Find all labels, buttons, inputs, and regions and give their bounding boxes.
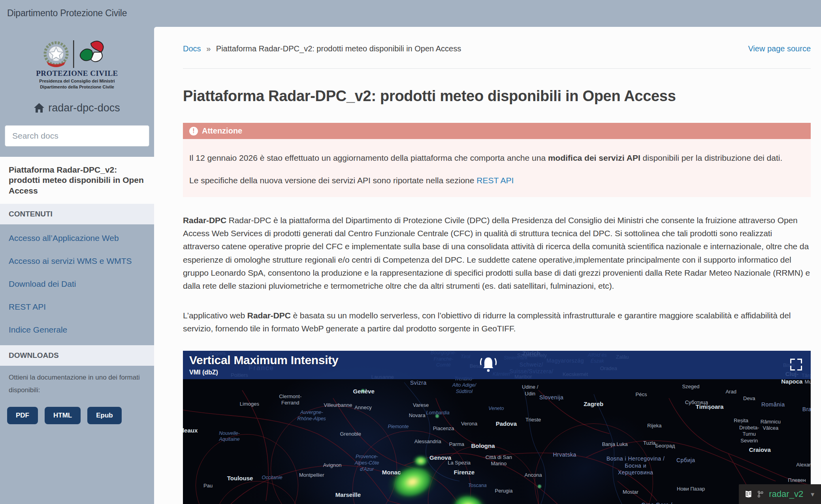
map-label: Veneto <box>488 406 504 412</box>
version-flyout[interactable]: radar_v2 ▼ <box>739 484 821 504</box>
bell-icon <box>478 355 499 375</box>
map-label: Alexandri <box>796 461 811 468</box>
download-html-button[interactable]: HTML <box>45 407 81 424</box>
map-label: Zagreb <box>584 400 603 408</box>
map-label: Avignon <box>323 462 342 468</box>
map-label: Toulouse <box>227 475 253 482</box>
map-label: România <box>761 402 785 409</box>
main-content: Docs » Piattaforma Radar-DPC_v2: prodott… <box>154 27 821 504</box>
radar-dpc-bold-2: Radar-DPC <box>247 311 291 320</box>
republic-emblem-icon <box>45 43 67 67</box>
sidebar-item-2[interactable]: Download dei Dati <box>0 273 154 295</box>
breadcrumb-docs-link[interactable]: Docs <box>183 44 201 53</box>
sidebar-nav: Accesso all’Applicazione WebAccesso ai s… <box>0 224 154 345</box>
sidebar-item-4[interactable]: Indice Generale <box>0 318 154 341</box>
map-label: Limoges <box>240 401 259 407</box>
map-label: Србија <box>676 457 695 464</box>
attention-paragraph-1: Il 12 gennaio 2026 è stao effettuato un … <box>189 152 802 165</box>
map-label: Genève <box>353 387 375 395</box>
view-page-source-link[interactable]: View page source <box>748 44 811 53</box>
download-epub-button[interactable]: Epub <box>87 407 122 424</box>
download-pdf-button[interactable]: PDF <box>7 407 38 424</box>
map-label: Perugia <box>495 487 513 494</box>
map-label: Bosna i Hercegovina / Босна и Херцеговин… <box>606 455 665 476</box>
map-label: Ancona <box>525 472 542 478</box>
sidebar-current-page[interactable]: Piattaforma Radar-DPC_v2: prodotti meteo… <box>0 157 154 204</box>
map-label: Marseille <box>335 491 361 499</box>
tricolor-icon <box>80 41 104 62</box>
map-label: Београд <box>655 443 675 449</box>
map-label: La Spezia <box>448 460 471 466</box>
map-banner: Vertical Maximum Intensity VMI (dbZ) <box>183 351 811 379</box>
radar-dpc-bold: Radar-DPC <box>183 216 226 225</box>
map-label: Nouvelle- Aquitaine <box>219 431 240 443</box>
sidebar-caption-contenuti: CONTENUTI <box>0 204 154 224</box>
map-label: Craiova <box>749 446 771 453</box>
sidebar: PROTEZIONE CIVILE Presidenza del Consigl… <box>0 27 154 504</box>
map-label: Occitanie <box>262 475 282 481</box>
map-label: Crna Gora / Црна Гора <box>641 501 672 504</box>
sidebar-item-1[interactable]: Accesso ai servizi WMS e WMTS <box>0 250 154 273</box>
sidebar-caption-downloads: DOWNLOADS <box>0 345 154 366</box>
p2-before: L’applicativo web <box>183 311 247 320</box>
map-label: Rijeka <box>647 422 661 429</box>
map-label: Villeurbanne <box>324 402 352 408</box>
map-label: Суботица <box>685 399 708 405</box>
map-label: Trieste <box>525 417 541 423</box>
map-label: rdeaux <box>183 427 198 434</box>
map-label: Firenze <box>454 469 475 476</box>
map-label: Lombardia <box>426 410 450 416</box>
book-icon <box>745 488 752 500</box>
top-bar: Dipartimento Protezione Civile <box>0 0 821 27</box>
sidebar-home-link[interactable]: radar-dpc-docs <box>0 102 154 114</box>
map-label: Нови Пазар <box>677 486 705 492</box>
body-paragraph-2: L’applicativo web Radar-DPC è basata su … <box>183 309 811 335</box>
logo-sub2: Dipartimento della Protezione Civile <box>40 85 114 89</box>
attention-paragraph-2: Le specifiche della nuova versione dei s… <box>189 174 802 187</box>
map-label: Drobeta- Turnu Severin <box>739 425 759 444</box>
attention-p2-text: Le specifiche della nuova versione dei s… <box>189 176 476 185</box>
map-label: Monac <box>382 469 401 476</box>
map-label: Pau <box>203 483 213 489</box>
map-label: Deva <box>743 395 755 402</box>
map-label: Verona <box>461 420 477 427</box>
logo-sub1: Presidenza del Consiglio dei Ministri <box>39 79 115 83</box>
attention-header: ! Attenzione <box>183 123 811 139</box>
caret-down-icon: ▼ <box>810 491 815 498</box>
radar-map-image: AngersBourgogne- Franche- ComtéBesançonZ… <box>183 351 811 504</box>
attention-title: Attenzione <box>202 126 242 135</box>
map-label: Tuzla <box>643 440 655 446</box>
map-label: Arad <box>725 388 736 395</box>
attention-p1-text: Il 12 gennaio 2026 è stao effettuato un … <box>189 153 548 162</box>
branch-icon <box>757 489 764 500</box>
page-title: Piattaforma Radar-DPC_v2: prodotti meteo… <box>183 88 811 105</box>
logo-name: PROTEZIONE CIVILE <box>36 69 118 77</box>
search-input[interactable] <box>5 125 149 147</box>
map-label: Alessandria <box>414 438 441 445</box>
map-label: Slovenija <box>539 394 563 401</box>
breadcrumb: Docs » Piattaforma Radar-DPC_v2: prodott… <box>183 44 811 53</box>
home-icon <box>34 103 44 113</box>
map-label: Pécs <box>636 391 647 398</box>
map-label: Плевен <box>788 477 806 483</box>
sidebar-item-3[interactable]: REST API <box>0 295 154 318</box>
map-label: Padova <box>496 420 517 427</box>
version-label: radar_v2 <box>769 489 803 499</box>
map-label: Piacenza <box>433 425 454 432</box>
map-label: Udine / Udin <box>522 384 538 397</box>
map-label: Città di San Marino <box>486 454 512 467</box>
map-label: Auvergne- Rhône-Alpes <box>298 410 326 422</box>
map-label: Parma <box>449 441 464 448</box>
map-label: Toscana <box>468 483 487 489</box>
download-buttons: PDFHTMLEpub <box>0 397 154 434</box>
sidebar-item-0[interactable]: Accesso all’Applicazione Web <box>0 227 154 250</box>
map-label: Mostar <box>623 489 638 495</box>
rest-api-link[interactable]: REST API <box>476 176 514 185</box>
map-label: Hrvatska <box>553 452 576 459</box>
protezione-civile-logo: PROTEZIONE CIVILE Presidenza del Consigl… <box>0 27 154 92</box>
map-label: Bra <box>802 406 811 414</box>
map-label: Annecy <box>354 404 371 411</box>
site-title: Dipartimento Protezione Civile <box>7 8 127 19</box>
map-label: Novara <box>409 412 426 419</box>
fullscreen-icon <box>790 359 802 370</box>
